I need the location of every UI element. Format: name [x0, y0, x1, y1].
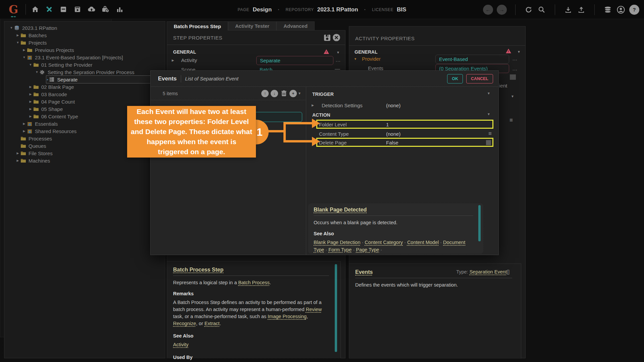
doc-heading[interactable]: Blank Page Detected: [314, 207, 473, 213]
chevron-down-icon[interactable]: ▼: [336, 51, 340, 54]
licensee-value[interactable]: BIS: [397, 6, 406, 13]
user-icon[interactable]: [616, 5, 626, 14]
tab-batch-process-step[interactable]: Batch Process Step: [167, 21, 228, 31]
tree-item[interactable]: ▼Projects: [4, 39, 165, 46]
cancel-button[interactable]: CANCEL: [466, 74, 493, 83]
refresh-icon[interactable]: [524, 5, 533, 14]
expand-arrow[interactable]: ▶: [21, 48, 27, 52]
batch-run-icon[interactable]: [73, 5, 82, 14]
doc-link[interactable]: Extract: [205, 321, 220, 326]
doc-link[interactable]: Batch Process: [238, 280, 270, 285]
tree-item[interactable]: ▶Machines: [4, 157, 165, 164]
repository-value[interactable]: 2023.1 RPatton: [317, 6, 358, 13]
chevron-down-icon[interactable]: ▼: [517, 50, 521, 54]
tasks-clock-icon[interactable]: [101, 5, 110, 14]
expand-arrow[interactable]: ▼: [15, 41, 20, 44]
tree-item[interactable]: ▼Setting the Sepration Provider Process: [4, 68, 165, 76]
chevron-down-icon[interactable]: ▼: [511, 95, 514, 98]
cloud-upload-icon[interactable]: [87, 5, 96, 14]
tree-item[interactable]: ▼23.1 Event-Based Separation [Projects]: [4, 54, 165, 61]
back-icon[interactable]: ←: [483, 5, 493, 15]
menu-icon[interactable]: ≡: [509, 117, 513, 124]
expand-arrow[interactable]: ▼: [28, 63, 33, 66]
upload-icon[interactable]: [577, 5, 586, 14]
expand-arrow[interactable]: ▼: [21, 56, 27, 59]
activity-value[interactable]: Separate: [256, 56, 333, 65]
tree-item[interactable]: ▶Batches: [4, 32, 165, 39]
page-value[interactable]: Design: [253, 6, 272, 13]
tree-item[interactable]: ▶04 Page Count: [4, 98, 165, 105]
expand-arrow[interactable]: ▶: [28, 107, 33, 111]
download-icon[interactable]: [564, 5, 573, 14]
move-up-icon[interactable]: ↑: [261, 90, 269, 97]
checkbox[interactable]: [486, 140, 491, 145]
tree-item[interactable]: ▼2023.1 RPatton: [4, 24, 165, 32]
doc-heading[interactable]: Batch Process Step: [173, 267, 332, 273]
grooper-logo[interactable]: G: [6, 4, 21, 15]
doc-link[interactable]: Activity: [173, 342, 189, 347]
folder-level-value[interactable]: 1: [386, 122, 389, 127]
provider-ellipsis-button[interactable]: ...: [513, 56, 518, 61]
forward-icon[interactable]: →: [497, 5, 507, 15]
doc-link[interactable]: Image Processing: [268, 314, 307, 319]
move-down-icon[interactable]: ↓: [271, 90, 278, 97]
activity-ellipsis-button[interactable]: ...: [336, 57, 341, 63]
tab-activity-tester[interactable]: Activity Tester: [228, 21, 276, 30]
expand-arrow[interactable]: ▶: [28, 85, 33, 88]
doc-link[interactable]: Content Model: [407, 240, 439, 245]
doc-link[interactable]: Content Category: [365, 240, 403, 245]
type-link[interactable]: Separation Event: [470, 269, 507, 275]
expand-arrow[interactable]: ▼: [9, 26, 14, 29]
ok-button[interactable]: OK: [447, 74, 463, 83]
delete-page-row[interactable]: Delete Page False: [309, 138, 494, 147]
folder-level-row[interactable]: Folder Level 1: [309, 120, 494, 129]
expand-arrow[interactable]: ▶: [21, 122, 27, 125]
provider-value[interactable]: Event-Based: [435, 55, 509, 64]
delete-icon[interactable]: [280, 90, 287, 97]
tree-item[interactable]: ▶Previous Projects: [4, 46, 165, 54]
tree-item[interactable]: ▼01 Setting the Provider: [4, 61, 165, 68]
tree-item[interactable]: ▶02 Blank Page: [4, 83, 165, 90]
doc-link[interactable]: Form Type: [328, 247, 352, 252]
expand-arrow[interactable]: ▶: [21, 129, 27, 133]
expand-arrow[interactable]: ▶: [28, 100, 33, 103]
menu-icon[interactable]: ≡: [488, 130, 492, 137]
expand-arrow[interactable]: ▼: [34, 70, 40, 74]
checkbox[interactable]: [510, 74, 516, 80]
expand-arrow[interactable]: ▶: [28, 93, 33, 96]
doc-link[interactable]: Blank Page Detection: [314, 240, 360, 245]
close-icon[interactable]: [332, 33, 341, 42]
batches-icon[interactable]: [59, 5, 68, 14]
chevron-down-icon[interactable]: ▼: [487, 112, 490, 118]
expand-arrow-icon[interactable]: ▶: [312, 104, 314, 107]
scrollbar[interactable]: [478, 205, 481, 241]
add-menu-chevron-icon[interactable]: ▼: [298, 92, 301, 95]
doc-link[interactable]: Recognize: [173, 321, 196, 326]
delete-page-value[interactable]: False: [386, 140, 398, 145]
detection-settings-row[interactable]: ▶ Detection Settings (none): [309, 101, 494, 110]
tree-item[interactable]: ▶03 Barcode: [4, 90, 165, 98]
expand-arrow[interactable]: ▶: [15, 152, 20, 155]
scrollbar[interactable]: [335, 264, 337, 352]
save-icon[interactable]: [322, 33, 332, 42]
tree-item[interactable]: ▸Separate: [4, 76, 165, 83]
content-type-value[interactable]: (none): [386, 131, 400, 137]
add-icon[interactable]: +: [289, 90, 297, 97]
expand-arrow[interactable]: ▶: [15, 34, 20, 37]
home-icon[interactable]: [31, 5, 40, 14]
doc-link[interactable]: Page Type: [356, 247, 379, 252]
search-icon[interactable]: [537, 5, 546, 14]
content-type-row[interactable]: Content Type (none) ≡: [309, 129, 494, 138]
collapse-arrow-icon[interactable]: ▼: [354, 57, 357, 61]
repository-icon[interactable]: [603, 5, 612, 14]
expand-arrow[interactable]: ▶: [28, 115, 33, 118]
tab-advanced[interactable]: Advanced: [276, 21, 315, 30]
chevron-down-icon[interactable]: ▼: [487, 92, 490, 97]
events-ellipsis-button[interactable]: ...: [513, 66, 518, 71]
doc-link[interactable]: Review: [306, 307, 322, 312]
selected-tree-item[interactable]: ▸Separate: [46, 75, 164, 83]
help-icon[interactable]: ?: [629, 5, 639, 15]
stats-icon[interactable]: [115, 5, 124, 14]
expand-arrow[interactable]: ▶: [15, 159, 20, 162]
design-tools-icon[interactable]: [45, 5, 54, 14]
